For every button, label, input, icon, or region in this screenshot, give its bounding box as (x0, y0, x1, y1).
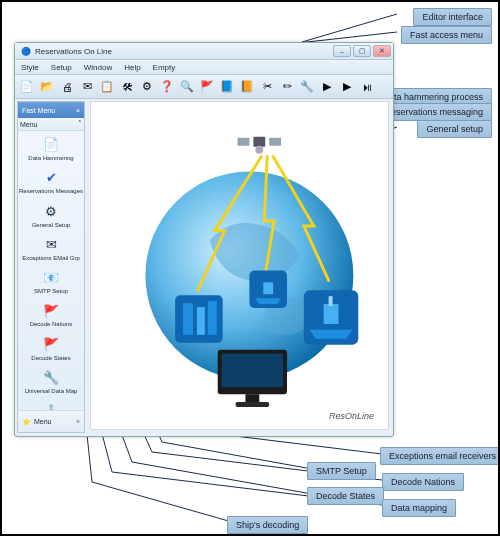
toolbar-btn-15[interactable]: 🔧 (298, 78, 316, 96)
sidebar-header: Fast Menu × (18, 102, 84, 118)
toolbar-btn-17[interactable]: ▶ (338, 78, 356, 96)
hero-illustration (91, 102, 388, 429)
callout-editor-interface: Editor interface (413, 8, 492, 26)
sidebar-item-label: General Setup (32, 222, 71, 228)
close-button[interactable]: ✕ (373, 45, 391, 57)
content-area: ResOnLine (90, 101, 389, 430)
sidebar-item-label: SMTP Setup (34, 288, 68, 294)
callout-ships-decoding: Ship's decoding (227, 516, 308, 534)
sidebar-panel-header[interactable]: Menu ˄ (18, 118, 84, 131)
toolbar-btn-6[interactable]: 🛠 (118, 78, 136, 96)
window-controls: – ▢ ✕ (333, 45, 391, 57)
menu-help[interactable]: Help (124, 63, 140, 72)
minimize-button[interactable]: – (333, 45, 351, 57)
sidebar-footer[interactable]: ⭐ Menu » (18, 410, 84, 432)
menu-style[interactable]: Style (21, 63, 39, 72)
window-title: Reservations On Line (35, 47, 112, 56)
toolbar-btn-12[interactable]: 📙 (238, 78, 256, 96)
callout-general-setup: General setup (417, 120, 492, 138)
svg-rect-15 (222, 354, 283, 388)
menu-window[interactable]: Window (84, 63, 112, 72)
flag-green-icon: 🚩 (42, 302, 60, 320)
maximize-button[interactable]: ▢ (353, 45, 371, 57)
callout-fast-access-menu: Fast access menu (401, 26, 492, 44)
svg-rect-6 (183, 303, 193, 335)
svg-rect-12 (324, 304, 339, 324)
svg-rect-8 (208, 301, 217, 335)
sidebar-item-exceptions-email[interactable]: ✉Exceptions EMail Grp (18, 233, 84, 266)
star-icon: ⭐ (22, 418, 31, 426)
toolbar-btn-5[interactable]: 📋 (98, 78, 116, 96)
check-icon: ✔ (42, 169, 60, 187)
titlebar: 🔵 Reservations On Line – ▢ ✕ (15, 43, 393, 60)
sidebar-item-smtp-setup[interactable]: 📧SMTP Setup (18, 266, 84, 299)
sidebar-item-label: Decode States (31, 355, 70, 361)
callout-exceptions-email: Exceptions email receivers (380, 447, 500, 465)
chevron-up-icon: ˄ (78, 120, 82, 128)
smtp-icon: 📧 (42, 269, 60, 287)
menubar: Style Setup Window Help Empty (15, 60, 393, 75)
sidebar-item-reservations-messages[interactable]: ✔Reservations Messages (18, 166, 84, 199)
sidebar-item-general-setup[interactable]: ⚙General Setup (18, 200, 84, 233)
sidebar-item-data-hammering[interactable]: 📄Data Hammering (18, 133, 84, 166)
callout-decode-nations: Decode Nations (382, 473, 464, 491)
sidebar-item-decode-states[interactable]: 🚩Decode States (18, 333, 84, 366)
callout-smtp-setup: SMTP Setup (307, 462, 376, 480)
sidebar-close-icon[interactable]: × (76, 107, 80, 114)
sidebar-item-label: Data Hammering (28, 155, 73, 161)
app-window: 🔵 Reservations On Line – ▢ ✕ Style Setup… (14, 42, 394, 437)
sidebar-item-label: Reservations Messages (19, 188, 83, 194)
toolbar-btn-13[interactable]: ✂ (258, 78, 276, 96)
mail-icon: ✉ (42, 236, 60, 254)
svg-rect-2 (238, 138, 250, 146)
menu-setup[interactable]: Setup (51, 63, 72, 72)
wrench-icon: 🔧 (42, 369, 60, 387)
sidebar-item-decode-nations[interactable]: 🚩Decode Nations (18, 299, 84, 332)
brand-label: ResOnLine (329, 411, 374, 421)
toolbar-btn-16[interactable]: ▶ (318, 78, 336, 96)
callout-decode-states: Decode States (307, 487, 384, 505)
document-icon: 📄 (42, 136, 60, 154)
toolbar-btn-10[interactable]: 🚩 (198, 78, 216, 96)
toolbar-btn-4[interactable]: ✉ (78, 78, 96, 96)
toolbar-btn-3[interactable]: 🖨 (58, 78, 76, 96)
sidebar-item-label: Decode Nations (30, 321, 73, 327)
svg-rect-16 (245, 394, 259, 402)
toolbar: 📄 📂 🖨 ✉ 📋 🛠 ⚙ ❓ 🔍 🚩 📘 📙 ✂ ✏ 🔧 ▶ ▶ ⏯ (15, 75, 393, 99)
sidebar-item-label: Universal Data Map (25, 388, 78, 394)
toolbar-btn-7[interactable]: ⚙ (138, 78, 156, 96)
svg-rect-7 (197, 307, 205, 335)
app-icon: 🔵 (21, 47, 31, 56)
toolbar-btn-11[interactable]: 📘 (218, 78, 236, 96)
sidebar-items: 📄Data Hammering ✔Reservations Messages ⚙… (18, 131, 84, 435)
toolbar-btn-9[interactable]: 🔍 (178, 78, 196, 96)
sidebar: Fast Menu × Menu ˄ 📄Data Hammering ✔Rese… (17, 101, 85, 433)
callout-data-mapping: Data mapping (382, 499, 456, 517)
collapse-icon[interactable]: » (76, 418, 80, 425)
toolbar-btn-14[interactable]: ✏ (278, 78, 296, 96)
flag-red-icon: 🚩 (42, 336, 60, 354)
menu-empty[interactable]: Empty (153, 63, 176, 72)
sidebar-item-data-map[interactable]: 🔧Universal Data Map (18, 366, 84, 399)
svg-rect-1 (253, 137, 265, 147)
svg-rect-13 (329, 296, 333, 306)
svg-rect-3 (269, 138, 281, 146)
sidebar-footer-label: Menu (34, 418, 52, 425)
svg-rect-10 (263, 282, 273, 294)
svg-point-4 (255, 146, 263, 154)
toolbar-btn-18[interactable]: ⏯ (358, 78, 376, 96)
sidebar-panel-label: Menu (20, 121, 38, 128)
sidebar-header-label: Fast Menu (22, 107, 55, 114)
gear-icon: ⚙ (42, 203, 60, 221)
toolbar-btn-8[interactable]: ❓ (158, 78, 176, 96)
toolbar-btn-1[interactable]: 📄 (18, 78, 36, 96)
sidebar-item-label: Exceptions EMail Grp (22, 255, 80, 261)
toolbar-btn-2[interactable]: 📂 (38, 78, 56, 96)
svg-rect-17 (236, 402, 270, 407)
